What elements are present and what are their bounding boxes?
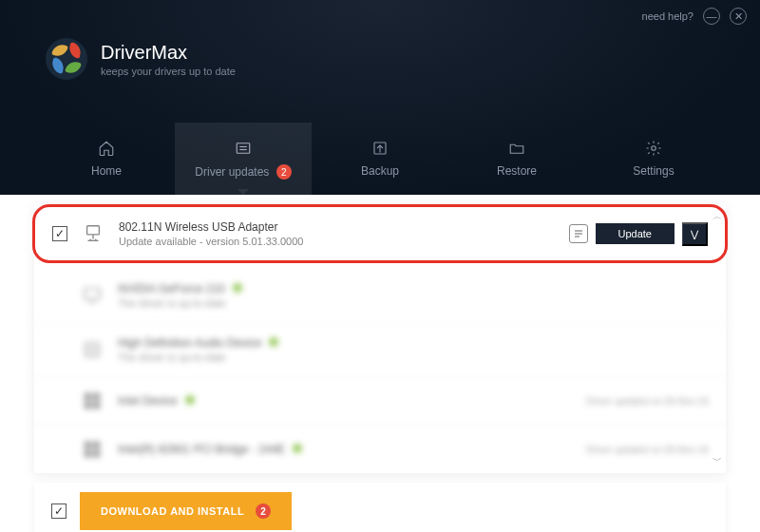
details-icon[interactable] xyxy=(569,224,588,243)
driver-status: The driver is up-to-date xyxy=(118,352,709,363)
backup-icon xyxy=(370,140,390,157)
driver-date: Driver updated on 03-Nov-16 xyxy=(586,396,709,407)
tab-label: Driver updates xyxy=(195,165,269,179)
driver-date: Driver updated on 03-Nov-16 xyxy=(586,445,709,455)
svg-point-17 xyxy=(88,346,95,352)
svg-rect-19 xyxy=(93,393,100,400)
status-dot-icon xyxy=(293,444,302,453)
header: need help? — ✕ DriverMax keeps your driv… xyxy=(0,0,760,195)
footer-action-bar: DOWNLOAD AND INSTALL 2 xyxy=(34,483,726,532)
svg-rect-16 xyxy=(86,343,100,357)
windows-icon xyxy=(82,439,103,460)
svg-rect-24 xyxy=(85,450,91,457)
driver-name: Intel(R) 82801 PCI Bridge - 244E xyxy=(118,443,285,456)
tab-label: Home xyxy=(91,164,122,178)
svg-point-5 xyxy=(652,146,656,151)
svg-rect-20 xyxy=(85,402,91,408)
close-button[interactable]: ✕ xyxy=(730,8,747,25)
driver-status: The driver is up-to-date xyxy=(118,297,709,309)
driver-name: NVIDIA GeForce 210 xyxy=(118,282,225,295)
app-logo-icon xyxy=(46,38,87,80)
driver-name: Intel Device xyxy=(118,394,178,408)
driver-status: Update available - version 5.01.33.0000 xyxy=(119,236,554,247)
scroll-down-icon[interactable]: ﹀ xyxy=(712,454,722,467)
svg-rect-18 xyxy=(85,393,91,400)
tab-label: Backup xyxy=(361,164,399,178)
svg-rect-21 xyxy=(93,402,100,408)
tab-settings[interactable]: Settings xyxy=(585,123,722,195)
status-dot-icon xyxy=(233,283,242,293)
audio-icon xyxy=(82,339,103,360)
svg-rect-23 xyxy=(93,442,100,448)
updates-badge: 2 xyxy=(276,164,292,180)
svg-rect-22 xyxy=(85,442,91,448)
list-icon xyxy=(233,140,254,157)
tab-restore[interactable]: Restore xyxy=(448,123,585,195)
network-adapter-icon xyxy=(83,223,104,244)
windows-icon xyxy=(82,390,103,411)
tab-label: Settings xyxy=(633,164,674,178)
minimize-button[interactable]: — xyxy=(703,8,720,25)
download-badge: 2 xyxy=(256,504,271,519)
driver-row: Intel(R) 82801 PCI Bridge - 244E Driver … xyxy=(34,426,726,473)
tab-label: Restore xyxy=(497,164,537,178)
home-icon xyxy=(96,140,117,157)
checkbox[interactable] xyxy=(52,226,67,241)
brand-block: DriverMax keeps your drivers up to date xyxy=(46,38,236,80)
driver-row-highlighted: 802.11N Wireless USB Adapter Update avai… xyxy=(32,204,728,263)
driver-list-panel: ︿ 802.11N Wireless USB Adapter Update av… xyxy=(34,204,726,473)
gear-icon xyxy=(643,140,664,157)
monitor-icon xyxy=(82,285,103,306)
status-dot-icon xyxy=(269,337,278,347)
driver-name: 802.11N Wireless USB Adapter xyxy=(119,220,554,234)
tab-home[interactable]: Home xyxy=(38,123,175,195)
driver-row: High Definition Audio Device The driver … xyxy=(34,323,726,377)
app-title: DriverMax xyxy=(101,42,236,64)
svg-rect-0 xyxy=(237,143,250,154)
svg-rect-14 xyxy=(85,289,101,299)
svg-rect-25 xyxy=(93,450,100,457)
tab-backup[interactable]: Backup xyxy=(312,123,448,195)
driver-row: Intel Device Driver updated on 03-Nov-16 xyxy=(34,377,726,426)
status-dot-icon xyxy=(185,395,195,405)
tab-driver-updates[interactable]: Driver updates 2 xyxy=(175,123,312,195)
download-install-button[interactable]: DOWNLOAD AND INSTALL 2 xyxy=(80,492,292,530)
window-controls: need help? — ✕ xyxy=(0,0,760,32)
svg-rect-6 xyxy=(87,226,100,235)
main-tabs: Home Driver updates 2 Backup Restore Set… xyxy=(0,123,760,195)
driver-row: NVIDIA GeForce 210 The driver is up-to-d… xyxy=(34,269,726,323)
update-dropdown-button[interactable]: ⋁ xyxy=(682,222,708,246)
scroll-up-icon[interactable]: ︿ xyxy=(712,210,722,223)
update-button[interactable]: Update xyxy=(596,223,674,244)
select-all-checkbox[interactable] xyxy=(51,504,66,519)
help-link[interactable]: need help? xyxy=(642,10,694,22)
driver-name: High Definition Audio Device xyxy=(118,336,261,350)
folder-icon xyxy=(506,140,527,157)
app-tagline: keeps your drivers up to date xyxy=(101,66,236,77)
